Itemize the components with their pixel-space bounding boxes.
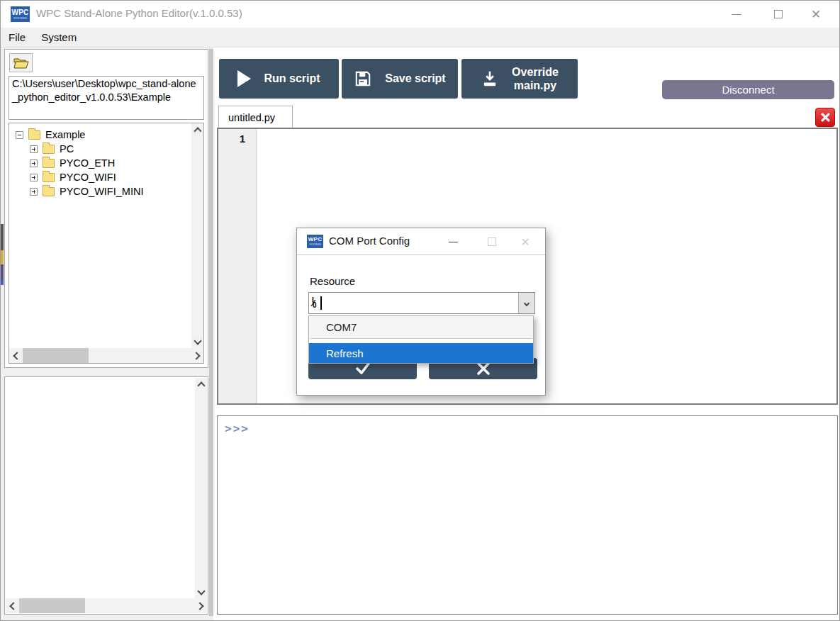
panel-splitter[interactable] — [209, 49, 213, 616]
menu-file[interactable]: File — [1, 28, 33, 46]
open-folder-icon — [13, 57, 29, 69]
dialog-logo-icon: WPC SYSTEMS — [307, 235, 323, 248]
folder-icon — [43, 159, 55, 168]
menu-bar: File System — [1, 28, 839, 47]
tree-item-label: PYCO_WIFI_MINI — [60, 186, 143, 197]
scroll-left-icon[interactable] — [7, 600, 19, 612]
run-script-label: Run script — [264, 72, 320, 85]
tree-item-label: PYCO_WIFI — [60, 172, 116, 183]
folder-icon — [43, 173, 55, 182]
text-cursor — [320, 296, 322, 310]
close-tab-icon — [821, 113, 830, 122]
tree-vertical-scrollbar[interactable] — [191, 123, 203, 348]
app-logo-text: WPC — [12, 9, 29, 16]
chevron-down-icon — [524, 300, 530, 306]
scroll-up-icon[interactable] — [191, 125, 203, 137]
expand-icon[interactable] — [30, 145, 38, 153]
scrollbar-thumb[interactable] — [19, 598, 85, 613]
tree-item-label: PC — [60, 143, 74, 155]
scroll-up-icon[interactable] — [195, 379, 207, 391]
tree-item-pyco-eth[interactable]: PYCO_ETH — [9, 156, 203, 170]
minimize-button[interactable] — [720, 1, 753, 28]
maximize-icon — [774, 10, 783, 18]
tree-item-label: PYCO_ETH — [60, 157, 115, 169]
close-tab-button[interactable] — [815, 108, 835, 127]
dropdown-item-com7[interactable]: COM7 — [309, 316, 533, 338]
scroll-right-icon[interactable] — [190, 349, 202, 362]
dialog-close-button: ✕ — [511, 228, 539, 255]
combobox-value[interactable]: I ⁄ 0 — [309, 296, 518, 310]
scroll-down-icon[interactable] — [195, 585, 207, 597]
dialog-maximize-button — [478, 228, 506, 255]
io-glyph: I ⁄ 0 — [312, 298, 317, 308]
background-app-sliver — [1, 224, 4, 250]
lower-left-panel — [4, 376, 208, 615]
download-icon — [481, 69, 499, 88]
scroll-left-icon[interactable] — [11, 349, 23, 362]
resource-label: Resource — [310, 275, 355, 287]
app-logo-icon: WPC SYSTEMS — [11, 6, 30, 22]
app-window: WPC SYSTEMS WPC Stand-Alone Python Edito… — [0, 0, 840, 621]
title-bar: WPC SYSTEMS WPC Stand-Alone Python Edito… — [1, 1, 839, 28]
line-number: 1 — [218, 133, 245, 145]
dialog-title: COM Port Config — [329, 235, 410, 247]
console-panel[interactable]: >>> — [217, 415, 838, 615]
close-button[interactable]: ✕ — [800, 1, 832, 28]
folder-icon — [28, 130, 40, 140]
expand-icon[interactable] — [30, 188, 38, 196]
background-app-sliver — [1, 264, 4, 280]
play-icon — [237, 70, 251, 87]
folder-icon — [43, 187, 55, 196]
panel-vertical-scrollbar[interactable] — [195, 378, 207, 598]
com-port-config-dialog: WPC SYSTEMS COM Port Config ✕ Resource I… — [296, 228, 546, 396]
close-icon: ✕ — [811, 9, 821, 21]
dialog-minimize-button[interactable] — [439, 228, 467, 255]
scrollbar-thumb[interactable] — [23, 348, 89, 363]
file-explorer-panel: C:\Users\user\Desktop\wpc_stand-alone_py… — [4, 49, 208, 368]
workspace-path-field[interactable]: C:\Users\user\Desktop\wpc_stand-alone_py… — [9, 76, 204, 120]
minimize-icon — [732, 14, 741, 15]
resource-combobox[interactable]: I ⁄ 0 — [308, 292, 535, 314]
dropdown-item-refresh[interactable]: Refresh — [309, 343, 533, 363]
open-folder-button[interactable] — [9, 53, 33, 72]
window-title: WPC Stand-Alone Python Editor(v.1.0.0.53… — [36, 7, 242, 19]
background-app-sliver — [1, 250, 4, 264]
tree-item-pyco-wifi[interactable]: PYCO_WIFI — [9, 170, 203, 184]
panel-horizontal-scrollbar[interactable] — [6, 598, 207, 613]
tree-item-pc[interactable]: PC — [9, 142, 203, 156]
disconnect-button[interactable]: Disconnect — [662, 80, 834, 99]
tree-item-example[interactable]: Example — [9, 128, 203, 142]
close-icon: ✕ — [520, 235, 530, 249]
collapse-icon[interactable] — [16, 131, 23, 139]
resource-dropdown-list: COM7 Refresh — [308, 315, 534, 364]
background-app-sliver — [1, 280, 4, 285]
tree-item-label: Example — [45, 129, 85, 140]
override-main-button[interactable]: Override main.py — [461, 59, 578, 99]
menu-system[interactable]: System — [33, 28, 84, 46]
scroll-right-icon[interactable] — [194, 600, 206, 612]
app-logo-subtext: SYSTEMS — [13, 16, 27, 20]
maximize-icon — [488, 237, 496, 246]
scroll-down-icon[interactable] — [191, 335, 203, 347]
file-tree: Example PC PYCO_ETH PYCO_WIFI — [9, 123, 204, 364]
save-script-label: Save script — [385, 72, 445, 85]
folder-icon — [43, 145, 55, 154]
override-main-label: Override main.py — [512, 65, 559, 92]
save-icon — [354, 69, 372, 88]
save-script-button[interactable]: Save script — [342, 59, 458, 99]
dialog-title-bar[interactable]: WPC SYSTEMS COM Port Config ✕ — [297, 228, 545, 255]
line-number-gutter: 1 — [218, 129, 257, 403]
run-script-button[interactable]: Run script — [219, 59, 339, 99]
console-prompt: >>> — [218, 416, 837, 435]
tree-item-pyco-wifi-mini[interactable]: PYCO_WIFI_MINI — [9, 184, 203, 198]
tree-horizontal-scrollbar[interactable] — [9, 348, 203, 363]
tab-untitled-py[interactable]: untitled.py — [218, 106, 293, 128]
combobox-dropdown-button[interactable] — [518, 293, 534, 313]
expand-icon[interactable] — [30, 174, 38, 181]
expand-icon[interactable] — [30, 160, 38, 167]
maximize-button[interactable] — [762, 1, 795, 28]
minimize-icon — [449, 242, 458, 242]
